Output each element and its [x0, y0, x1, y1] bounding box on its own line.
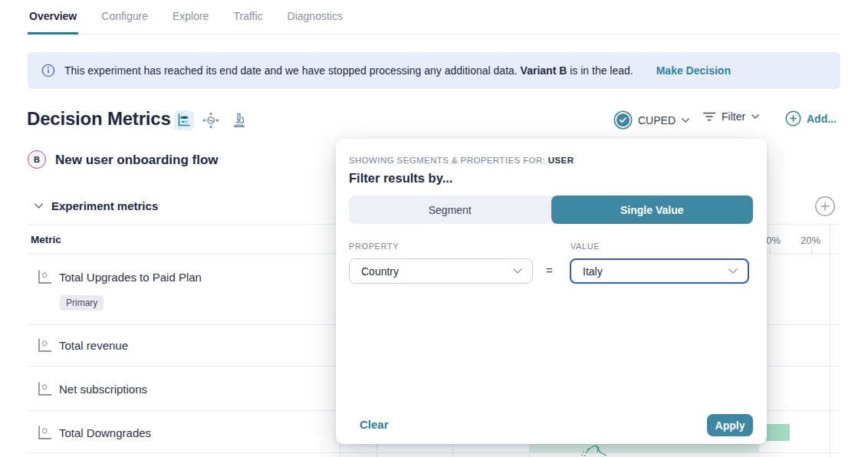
make-decision-link[interactable]: Make Decision [656, 64, 731, 77]
tab-traffic[interactable]: Traffic [232, 0, 264, 35]
property-select[interactable]: Country [349, 258, 533, 284]
tab-overview[interactable]: Overview [28, 0, 78, 35]
add-metric-button[interactable] [814, 196, 836, 220]
confidence-interval-bar [766, 424, 790, 441]
check-circle-icon [613, 110, 633, 130]
operator-equals: = [546, 264, 553, 277]
cuped-control[interactable]: CUPED [613, 110, 690, 130]
metric-row-name[interactable]: Total revenue [59, 339, 128, 352]
chevron-down-icon [728, 268, 738, 275]
metric-chart-icon [37, 425, 53, 444]
value-select-value: Italy [583, 265, 603, 278]
forest-plot-icon[interactable] [174, 110, 194, 130]
chevron-down-icon [34, 202, 44, 209]
filter-mode-toggle: Segment Single Value [349, 196, 753, 224]
metric-row-name[interactable]: Net subscriptions [59, 383, 147, 396]
variant-badge: B [28, 150, 46, 169]
row-border [28, 452, 840, 453]
cuped-label: CUPED [638, 114, 676, 127]
metric-chart-icon [37, 337, 53, 357]
filter-modal: SHOWING SEGMENTS & PROPERTIES FOR: USER … [336, 139, 767, 444]
filter-lines-icon [702, 110, 716, 123]
metric-chart-icon [37, 381, 53, 400]
banner-text: This experiment has reached its end date… [64, 64, 633, 77]
move-globe-icon[interactable] [201, 110, 221, 130]
tab-bar: Overview Configure Explore Traffic Diagn… [28, 0, 840, 35]
tab-explore[interactable]: Explore [171, 0, 210, 35]
filter-label: Filter [722, 110, 745, 123]
info-icon [41, 64, 55, 77]
modal-eyebrow: SHOWING SEGMENTS & PROPERTIES FOR: USER [349, 156, 574, 165]
tab-configure[interactable]: Configure [100, 0, 150, 35]
metric-chart-icon [37, 269, 53, 288]
plus-circle-icon [785, 110, 801, 127]
chevron-down-icon [681, 117, 690, 123]
axis-label-20: 20% [801, 235, 820, 246]
highlighted-chart-cell [529, 443, 759, 452]
primary-badge: Primary [60, 295, 104, 311]
add-label: Add... [807, 113, 837, 125]
property-label: PROPERTY [349, 242, 399, 251]
metric-column-header: Metric [31, 234, 61, 245]
clear-button[interactable]: Clear [360, 418, 389, 431]
modal-eyebrow-target: USER [548, 156, 574, 165]
toggle-single-value[interactable]: Single Value [551, 196, 754, 224]
metric-row-name[interactable]: Total Upgrades to Paid Plan [59, 271, 202, 284]
microscope-icon[interactable] [229, 110, 249, 130]
section-title: Experiment metrics [51, 199, 158, 212]
value-label: VALUE [570, 242, 600, 251]
value-select[interactable]: Italy [570, 258, 749, 284]
tab-diagnostics[interactable]: Diagnostics [286, 0, 344, 35]
page-title: Decision Metrics [27, 108, 171, 130]
filter-control[interactable]: Filter [702, 110, 760, 123]
variant-name: New user onboarding flow [55, 153, 219, 168]
column-border [452, 443, 453, 457]
column-border [376, 443, 377, 457]
chevron-down-icon [512, 268, 523, 275]
banner-variant-bold: Variant B [521, 64, 567, 77]
column-border [340, 443, 340, 457]
experiment-status-banner: This experiment has reached its end date… [28, 52, 840, 89]
toggle-segment[interactable]: Segment [349, 196, 551, 224]
experiment-metrics-toggle[interactable]: Experiment metrics [34, 199, 158, 212]
metric-row-name[interactable]: Total Downgrades [59, 426, 151, 439]
modal-title: Filter results by... [349, 171, 452, 186]
apply-button[interactable]: Apply [707, 414, 753, 436]
column-border [529, 443, 530, 457]
add-button[interactable]: Add... [785, 110, 837, 127]
chevron-down-icon [751, 113, 760, 120]
property-select-value: Country [361, 265, 399, 278]
chart-right-border [830, 224, 830, 457]
